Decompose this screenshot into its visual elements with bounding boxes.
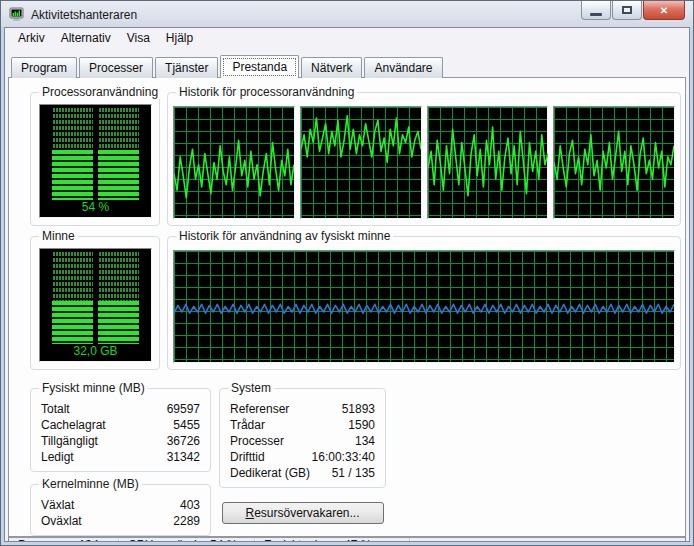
physical-memory-group: Fysiskt minne (MB) Totalt69597 Cachelagr… xyxy=(30,388,211,472)
mem-led-lit xyxy=(52,301,93,344)
cpu-usage-meter: 54 % xyxy=(39,104,152,218)
tab-program[interactable]: Program xyxy=(11,57,77,78)
cpu-history-graph-4 xyxy=(553,106,675,219)
table-row: Ledigt31342 xyxy=(41,449,200,465)
system-group: System Referenser51893 Trådar1590 Proces… xyxy=(219,388,386,488)
table-row: Trådar1590 xyxy=(230,417,375,433)
table-row: Processer134 xyxy=(230,433,375,449)
system-group-label: System xyxy=(228,381,274,395)
app-icon xyxy=(9,7,25,23)
tab-tjanster[interactable]: Tjänster xyxy=(155,57,218,78)
table-row: Referenser51893 xyxy=(230,401,375,417)
cpu-percent-label: 54 % xyxy=(40,200,151,217)
kernel-memory-group-label: Kernelminne (MB) xyxy=(39,477,142,491)
memory-group-label: Minne xyxy=(39,229,78,243)
cpu-led-lit xyxy=(52,150,93,200)
mem-led-dim xyxy=(52,252,93,301)
memory-history-graph xyxy=(173,250,675,363)
table-row: Totalt69597 xyxy=(41,401,200,417)
menu-alternativ[interactable]: Alternativ xyxy=(53,28,119,48)
table-row: Växlat403 xyxy=(41,497,200,513)
close-button[interactable]: ✕ xyxy=(643,1,685,20)
cpu-led-dim xyxy=(52,108,93,150)
cpu-history-group: Historik för processoranvändning xyxy=(167,92,681,226)
status-cpu-usage: CPU-användn: 54 % xyxy=(119,538,255,542)
cpu-history-graph-3 xyxy=(427,106,549,219)
tab-processer[interactable]: Processer xyxy=(79,57,153,78)
tab-natverk[interactable]: Nätverk xyxy=(301,57,362,78)
cpu-usage-group-label: Processoranvändning xyxy=(39,85,161,99)
tab-strip: Program Processer Tjänster Prestanda Nät… xyxy=(8,55,686,78)
window-title: Aktivitetshanteraren xyxy=(31,8,137,22)
maximize-icon xyxy=(622,6,632,14)
cpu-history-graph-1 xyxy=(173,106,295,219)
performance-tab-page: Processoranvändning 54 % Historik för pr… xyxy=(8,77,686,537)
menu-visa[interactable]: Visa xyxy=(119,28,158,48)
kernel-memory-group: Kernelminne (MB) Växlat403 Oväxlat2289 xyxy=(30,484,211,536)
statusbar: Processer: 134 CPU-användn: 54 % Fysiskt… xyxy=(8,537,686,542)
table-row: Tillgängligt36726 xyxy=(41,433,200,449)
memory-history-group: Historik för användning av fysiskt minne xyxy=(167,236,681,370)
minimize-icon xyxy=(590,13,602,16)
memory-group: Minne 32,0 GB xyxy=(30,236,160,370)
menu-arkiv[interactable]: Arkiv xyxy=(10,28,53,48)
task-manager-window: Aktivitetshanteraren ✕ Arkiv Alternativ … xyxy=(0,0,694,546)
close-icon: ✕ xyxy=(660,5,668,16)
status-processes: Processer: 134 xyxy=(9,538,119,542)
memory-history-group-label: Historik för användning av fysiskt minne xyxy=(176,229,393,243)
cpu-usage-group: Processoranvändning 54 % xyxy=(30,92,160,226)
cpu-history-graph-2 xyxy=(300,106,422,219)
table-row: Cachelagrat5455 xyxy=(41,417,200,433)
minimize-button[interactable] xyxy=(581,1,611,20)
memory-meter: 32,0 GB xyxy=(39,248,152,362)
maximize-button[interactable] xyxy=(612,1,642,20)
resource-monitor-button[interactable]: Resursövervakaren... xyxy=(222,502,384,524)
memory-amount-label: 32,0 GB xyxy=(40,344,151,361)
physical-memory-group-label: Fysiskt minne (MB) xyxy=(39,381,148,395)
tab-anvandare[interactable]: Användare xyxy=(364,57,442,78)
table-row: Oväxlat2289 xyxy=(41,513,200,529)
tab-prestanda[interactable]: Prestanda xyxy=(220,55,299,78)
menubar: Arkiv Alternativ Visa Hjälp xyxy=(5,28,689,48)
menu-hjalp[interactable]: Hjälp xyxy=(158,28,201,48)
status-physical-memory: Fysiskt minne: 47 % xyxy=(255,538,410,542)
table-row: Drifttid16:00:33:40 xyxy=(230,449,375,465)
focus-rect xyxy=(223,58,296,76)
titlebar[interactable]: Aktivitetshanteraren ✕ xyxy=(1,1,693,27)
table-row: Dedikerat (GB)51 / 135 xyxy=(230,465,375,481)
cpu-history-group-label: Historik för processoranvändning xyxy=(176,85,357,99)
